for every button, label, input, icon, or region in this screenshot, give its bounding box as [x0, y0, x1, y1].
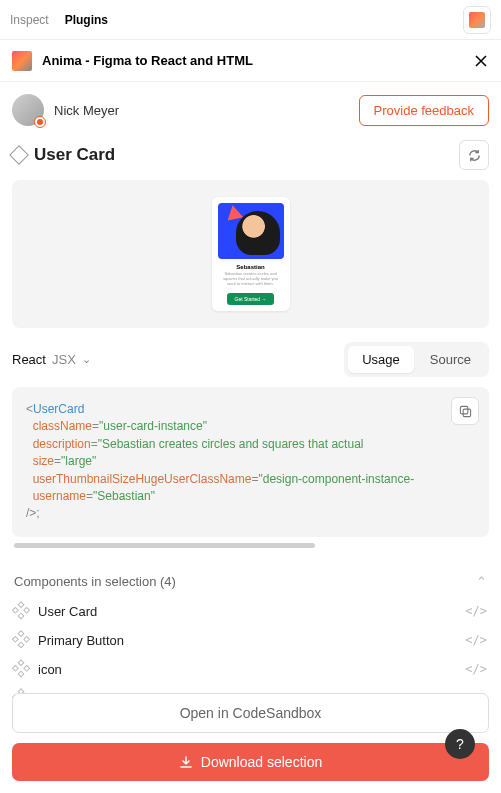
lang-dropdown[interactable]: React JSX ⌄: [12, 352, 91, 367]
components-heading: Components in selection (4): [14, 574, 176, 589]
component-name: User Card: [38, 604, 97, 619]
preview-user-thumbnail: [218, 203, 284, 259]
code-panel[interactable]: <UserCard className="user-card-instance"…: [12, 387, 489, 537]
component-row-user-card[interactable]: User Card </>: [12, 597, 489, 626]
action-buttons: Open in CodeSandbox Download selection: [12, 693, 489, 781]
component-set-icon: [11, 659, 31, 679]
preview-card-cta: Get Started →: [227, 293, 275, 305]
preview-card: Sebastian Sebastian creates circles and …: [212, 197, 290, 310]
user-row: Nick Meyer Provide feedback: [12, 94, 489, 126]
lang-syntax: JSX: [52, 352, 76, 367]
component-set-icon: [11, 630, 31, 650]
code-content[interactable]: <UserCard className="user-card-instance"…: [26, 401, 475, 523]
component-name: Primary Button: [38, 633, 124, 648]
component-row-icon[interactable]: icon </>: [12, 655, 489, 684]
tab-inspect[interactable]: Inspect: [10, 13, 49, 27]
avatar-badge-icon: [34, 116, 46, 128]
download-label: Download selection: [201, 754, 322, 770]
svg-rect-0: [463, 409, 470, 416]
svg-rect-1: [460, 406, 467, 413]
code-link-icon[interactable]: </>: [465, 662, 487, 676]
title-row: User Card: [12, 140, 489, 170]
download-selection-button[interactable]: Download selection: [12, 743, 489, 781]
components-heading-row[interactable]: Components in selection (4) ⌃: [12, 566, 489, 597]
plugin-header: Anima - Figma to React and HTML: [0, 40, 501, 82]
provide-feedback-button[interactable]: Provide feedback: [359, 95, 489, 126]
plugin-launcher-button[interactable]: [463, 6, 491, 34]
preview-panel: Sebastian Sebastian creates circles and …: [12, 180, 489, 328]
plugin-title: Anima - Figma to React and HTML: [42, 53, 253, 68]
component-icon: [9, 145, 29, 165]
content-scroll[interactable]: Nick Meyer Provide feedback User Card Se…: [0, 82, 501, 793]
tab-plugins[interactable]: Plugins: [65, 13, 108, 27]
lang-row: React JSX ⌄ Usage Source: [12, 342, 489, 377]
chevron-down-icon: ⌄: [82, 353, 91, 366]
preview-card-name: Sebastian: [236, 264, 264, 270]
component-name: icon: [38, 662, 62, 677]
lang-framework: React: [12, 352, 46, 367]
refresh-button[interactable]: [459, 140, 489, 170]
avatar[interactable]: [12, 94, 44, 126]
download-icon: [179, 755, 193, 769]
segment-usage[interactable]: Usage: [348, 346, 414, 373]
copy-button[interactable]: [451, 397, 479, 425]
code-view-segments: Usage Source: [344, 342, 489, 377]
preview-card-desc: Sebastian creates circles and squares th…: [218, 272, 284, 286]
code-link-icon[interactable]: </>: [465, 604, 487, 618]
chevron-up-icon: ⌃: [476, 574, 487, 589]
anima-icon: [469, 12, 485, 28]
user-name: Nick Meyer: [54, 103, 119, 118]
refresh-icon: [467, 148, 482, 163]
page-title: User Card: [34, 145, 115, 165]
code-link-icon[interactable]: </>: [465, 633, 487, 647]
component-row-primary-button[interactable]: Primary Button </>: [12, 626, 489, 655]
help-button[interactable]: ?: [445, 729, 475, 759]
topbar: Inspect Plugins: [0, 0, 501, 40]
anima-icon: [12, 51, 32, 71]
close-icon[interactable]: [473, 53, 489, 69]
segment-source[interactable]: Source: [416, 346, 485, 373]
topbar-tabs: Inspect Plugins: [10, 13, 108, 27]
component-set-icon: [11, 601, 31, 621]
open-codesandbox-button[interactable]: Open in CodeSandbox: [12, 693, 489, 733]
horizontal-scrollbar[interactable]: [14, 543, 315, 548]
copy-icon: [459, 405, 472, 418]
